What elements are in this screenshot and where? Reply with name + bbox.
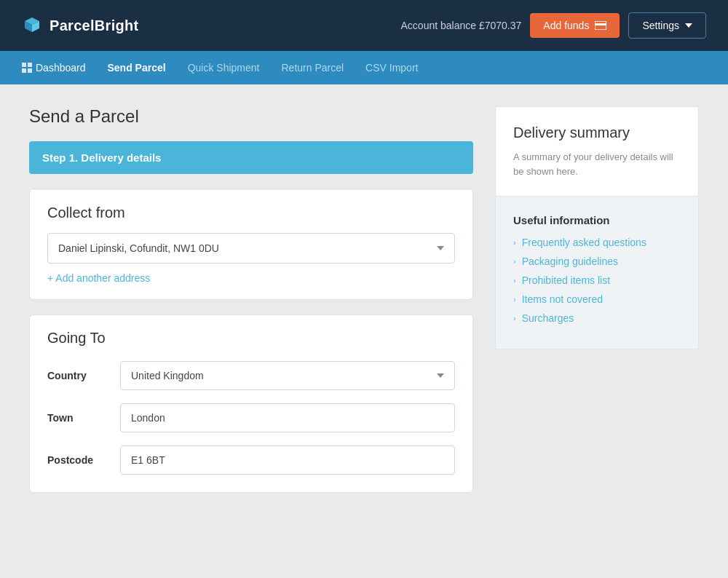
chevron-down-icon: [685, 23, 692, 28]
subnav-item-send-parcel[interactable]: Send Parcel: [108, 62, 166, 74]
subnav-quick-shipment-label: Quick Shipment: [188, 62, 260, 74]
useful-link-faq-label: Frequently asked questions: [522, 237, 646, 248]
account-balance: Account balance £7070.37: [401, 20, 522, 31]
useful-info-title: Useful information: [513, 214, 681, 226]
country-row: Country United Kingdom: [47, 361, 455, 390]
collect-from-title: Collect from: [47, 205, 455, 221]
add-funds-label: Add funds: [543, 20, 589, 31]
subnav-item-csv-import[interactable]: CSV Import: [365, 62, 418, 74]
svg-rect-2: [22, 63, 26, 67]
nav-right: Account balance £7070.37 Add funds Setti…: [401, 12, 706, 39]
subnav-item-quick-shipment[interactable]: Quick Shipment: [188, 62, 260, 74]
going-to-section: Going To Country United Kingdom Town Po: [29, 314, 473, 493]
useful-link-packaging[interactable]: › Packaging guidelines: [513, 256, 681, 267]
subnav-item-dashboard[interactable]: Dashboard: [22, 62, 86, 74]
logo-icon: [22, 15, 42, 36]
going-to-fields: Country United Kingdom Town Postcode: [30, 358, 472, 492]
postcode-row: Postcode: [47, 446, 455, 475]
going-to-inner: Going To: [30, 315, 472, 347]
collect-address-dropdown[interactable]: Daniel Lipinski, Cofundit, NW1 0DU: [47, 233, 455, 264]
postcode-input[interactable]: [120, 446, 455, 475]
grid-icon: [22, 63, 32, 73]
svg-rect-4: [22, 68, 26, 73]
useful-link-faq[interactable]: › Frequently asked questions: [513, 237, 681, 248]
chevron-right-icon-surcharges: ›: [513, 314, 516, 322]
page-title: Send a Parcel: [29, 106, 473, 127]
useful-link-prohibited-label: Prohibited items list: [522, 274, 610, 286]
useful-link-not-covered-label: Items not covered: [522, 293, 603, 305]
logo-text: ParcelBright: [50, 17, 139, 34]
useful-info-box: Useful information › Frequently asked qu…: [495, 197, 699, 349]
chevron-right-icon-packaging: ›: [513, 257, 516, 266]
subnav-send-parcel-label: Send Parcel: [108, 62, 166, 74]
logo-area: ParcelBright: [22, 15, 139, 36]
town-label: Town: [47, 412, 120, 424]
postcode-label: Postcode: [47, 454, 120, 466]
delivery-summary-title: Delivery summary: [513, 124, 681, 141]
delivery-summary-box: Delivery summary A summary of your deliv…: [495, 106, 699, 197]
subnav-return-parcel-label: Return Parcel: [281, 62, 344, 74]
top-nav: ParcelBright Account balance £7070.37 Ad…: [0, 0, 728, 51]
subnav-dashboard-label: Dashboard: [36, 62, 86, 74]
svg-rect-1: [595, 23, 606, 25]
svg-rect-5: [28, 68, 32, 73]
useful-link-packaging-label: Packaging guidelines: [522, 256, 618, 267]
settings-button[interactable]: Settings: [628, 12, 706, 39]
add-funds-button[interactable]: Add funds: [530, 13, 620, 38]
chevron-right-icon-not-covered: ›: [513, 295, 516, 304]
useful-link-prohibited[interactable]: › Prohibited items list: [513, 274, 681, 286]
add-address-link[interactable]: + Add another address: [47, 272, 150, 284]
country-select[interactable]: United Kingdom: [120, 361, 455, 390]
going-to-title: Going To: [47, 330, 455, 347]
right-panel: Delivery summary A summary of your deliv…: [495, 106, 699, 493]
subnav-item-return-parcel[interactable]: Return Parcel: [281, 62, 344, 74]
collect-form-inner: Collect from Daniel Lipinski, Cofundit, …: [30, 189, 472, 299]
svg-rect-3: [28, 63, 32, 67]
collect-from-section: Collect from Daniel Lipinski, Cofundit, …: [29, 189, 473, 300]
credit-card-icon: [595, 21, 606, 30]
useful-link-surcharges[interactable]: › Surcharges: [513, 312, 681, 324]
town-input[interactable]: [120, 403, 455, 432]
left-panel: Send a Parcel Step 1. Delivery details C…: [29, 106, 473, 493]
settings-label: Settings: [642, 20, 679, 31]
chevron-right-icon-faq: ›: [513, 238, 516, 247]
delivery-summary-text: A summary of your delivery details will …: [513, 150, 681, 178]
town-row: Town: [47, 403, 455, 432]
chevron-right-icon-prohibited: ›: [513, 276, 516, 285]
subnav-csv-import-label: CSV Import: [365, 62, 418, 74]
country-label: Country: [47, 370, 120, 381]
main-content: Send a Parcel Step 1. Delivery details C…: [0, 84, 728, 515]
step-bar: Step 1. Delivery details: [29, 141, 473, 174]
sub-nav: Dashboard Send Parcel Quick Shipment Ret…: [0, 51, 728, 84]
useful-link-surcharges-label: Surcharges: [522, 312, 574, 324]
useful-link-not-covered[interactable]: › Items not covered: [513, 293, 681, 305]
